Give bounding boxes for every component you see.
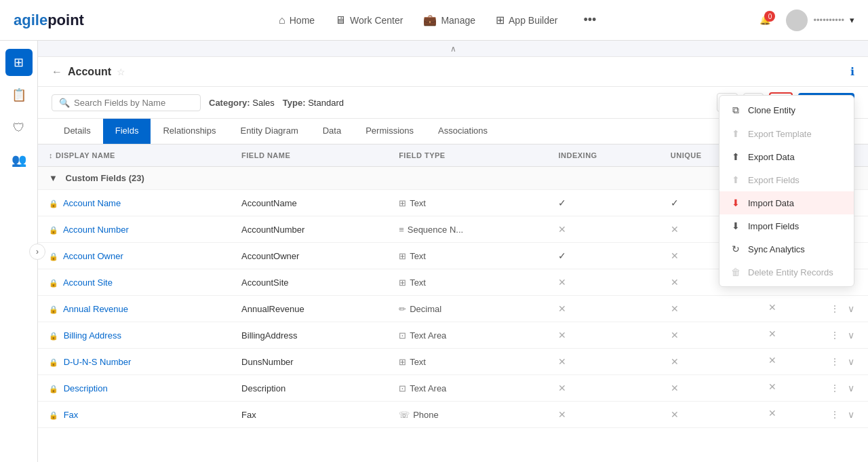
x-icon: ✕ [671,383,679,393]
sidebar-icon-doc[interactable]: 📋 [5,81,33,109]
lock-icon: 🔒 [49,385,58,393]
tab-relationships[interactable]: Relationships [151,119,228,144]
lock-icon: 🔒 [49,411,58,419]
type-icon: ⊡ [399,383,406,393]
row-more-button[interactable]: ⋮ [827,408,842,421]
nav-work-center-label: Work Center [350,15,403,26]
col-field-name: FIELD NAME [231,145,388,167]
cell-field-type: ≡ Sequence N... [388,216,547,243]
x-icon: ✕ [671,303,679,314]
row-expand-button[interactable]: ∨ [845,355,857,368]
row-expand-button[interactable]: ∨ [845,408,857,421]
nav-manage-label: Manage [441,15,475,26]
page-title-area: ← Account ☆ [52,66,125,78]
row-expand-button[interactable]: ∨ [845,381,857,395]
lock-icon: 🔒 [49,305,58,313]
field-display-name-link[interactable]: Account Owner [63,251,123,261]
back-button[interactable]: ← [52,66,62,78]
menu-item-import-fields[interactable]: ⬇ Import Fields [719,214,854,237]
sidebar-expand-button[interactable]: › [29,244,45,260]
field-display-name-link[interactable]: Account Name [63,198,121,208]
page-title: Account [68,66,111,78]
more-nav-button[interactable]: ••• [578,10,601,30]
sidebar-icon-grid[interactable]: ⊞ [5,49,33,76]
category-filter: Category: Sales [209,98,275,108]
x-icon: ✕ [671,409,679,420]
cell-indexing: ✕ [547,402,659,428]
lock-icon: 🔒 [49,226,58,234]
menu-item-delete-entity-records: 🗑 Delete Entity Records [719,261,854,284]
type-label-text: Type: [283,98,306,108]
menu-item-label: Export Template [748,129,812,139]
menu-item-clone-entity[interactable]: ⧉ Clone Entity [719,98,854,122]
cell-display-name: 🔒 Annual Revenue [38,296,231,322]
cell-indexing: ✕ [547,296,659,322]
cell-display-name: 🔒 D-U-N-S Number [38,349,231,375]
menu-item-label: Import Data [748,198,794,208]
table-row: 🔒 Description Description ⊡ Text Area ✕ … [38,375,868,402]
x-icon: ✕ [558,356,566,367]
tab-fields[interactable]: Fields [103,119,151,144]
favorite-button[interactable]: ☆ [117,66,125,77]
cell-field-name: AnnualRevenue [231,296,388,322]
cell-field-name: AccountName [231,190,388,216]
user-area[interactable]: •••••••••• ▾ [786,9,854,31]
type-icon: ⊡ [399,330,406,341]
menu-item-export-data[interactable]: ⬆ Export Data [719,145,854,168]
dropdown-menu: ⧉ Clone Entity ⬆ Export Template ⬆ Expor… [719,95,854,287]
field-display-name-link[interactable]: Account Number [63,225,129,235]
tab-associations[interactable]: Associations [426,119,500,144]
row-more-button[interactable]: ⋮ [827,381,842,395]
cell-display-name: 🔒 Account Number [38,216,231,243]
nav-home[interactable]: ⌂ Home [279,14,315,26]
nav-app-builder-label: App Builder [509,15,557,26]
nav-work-center[interactable]: 🖥 Work Center [335,14,403,26]
export-up-icon: ⬆ [730,128,741,139]
cell-field-type: ⊡ Text Area [388,375,547,402]
sidebar-icon-shield[interactable]: 🛡 [5,114,33,141]
field-display-name-link[interactable]: Account Site [63,277,113,288]
search-input[interactable] [74,98,193,108]
x-icon: ✕ [671,356,679,367]
tab-entity-diagram[interactable]: Entity Diagram [228,119,310,144]
briefcase-icon: 💼 [423,14,437,26]
notification-button[interactable]: 🔔 0 [755,11,775,29]
search-wrap: 🔍 [52,94,201,111]
field-display-name-link[interactable]: Description [64,383,108,393]
cell-field-type: ⊞ Text [388,243,547,269]
tab-data[interactable]: Data [311,119,353,144]
cell-field-name: DunsNumber [231,349,388,375]
sidebar-icon-users[interactable]: 👥 [5,147,33,174]
menu-item-export-fields: ⬆ Export Fields [719,168,854,191]
row-more-button[interactable]: ⋮ [827,355,842,368]
nav-manage[interactable]: 💼 Manage [423,14,475,26]
group-expand-icon[interactable]: ▼ [49,173,58,183]
chevron-down-icon: ▾ [850,15,854,25]
collapse-icon: ∧ [450,44,456,54]
field-display-name-link[interactable]: Fax [64,410,79,420]
page-header: ← Account ☆ ℹ [38,57,868,87]
menu-item-import-data[interactable]: ⬇ Import Data [719,191,854,214]
lock-icon: 🔒 [49,332,58,340]
field-display-name-link[interactable]: Annual Revenue [63,304,128,314]
menu-item-sync-analytics[interactable]: ↻ Sync Analytics [719,237,854,261]
tab-details[interactable]: Details [52,119,103,144]
cell-display-name: 🔒 Description [38,375,231,402]
field-display-name-link[interactable]: Billing Address [64,330,121,341]
row-expand-button[interactable]: ∨ [845,328,857,342]
row-more-button[interactable]: ⋮ [827,302,842,315]
type-value: Standard [308,98,344,108]
cell-field-name: Fax [231,402,388,428]
row-expand-button[interactable]: ∨ [845,302,857,315]
x-icon: ✕ [768,381,776,392]
field-display-name-link[interactable]: D-U-N-S Number [64,357,132,367]
top-nav: agilepoint ⌂ Home 🖥 Work Center 💼 Manage… [0,0,868,41]
tab-permissions[interactable]: Permissions [353,119,426,144]
logo-text: agilepoint [14,12,84,29]
nav-app-builder[interactable]: ⊞ App Builder [496,14,557,26]
x-icon: ✕ [768,328,776,339]
row-more-button[interactable]: ⋮ [827,328,842,342]
table-row: 🔒 Fax Fax ☏ Phone ✕ ✕ ✕ ⋮ ∨ [38,402,868,428]
collapse-bar[interactable]: ∧ [38,41,868,57]
info-button[interactable]: ℹ [850,65,854,78]
